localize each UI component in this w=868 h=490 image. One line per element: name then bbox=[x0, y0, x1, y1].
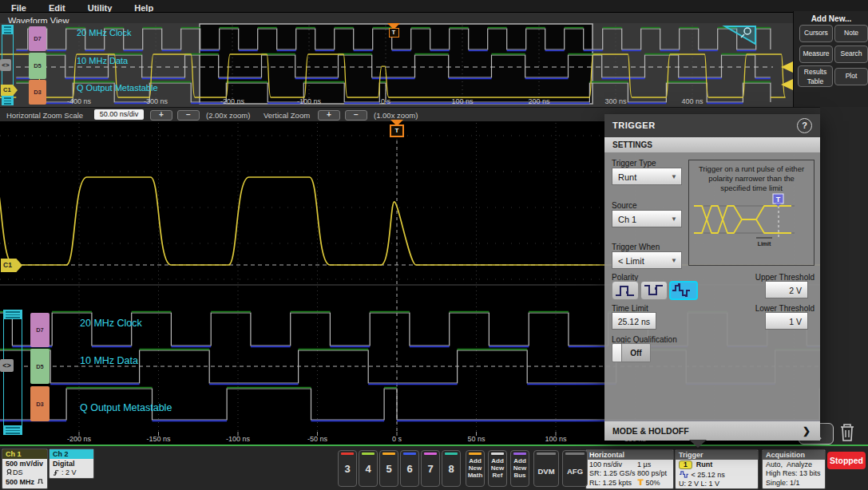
time-limit-value[interactable]: 25.12 ns bbox=[612, 312, 656, 330]
channel-4-button[interactable]: 4 bbox=[359, 450, 378, 487]
lower-threshold-arrow-icon[interactable] bbox=[781, 79, 793, 90]
trigger-t-box: T bbox=[389, 28, 399, 38]
main-chip-d5[interactable]: D5 bbox=[30, 349, 50, 384]
toggle-knob bbox=[612, 343, 622, 362]
channel-2-threshold: : 2 V bbox=[50, 468, 93, 478]
trigger-config-panel: TRIGGER ? SETTINGS Trigger Type Runt ▼ T… bbox=[604, 114, 820, 441]
channel-color-stripe bbox=[403, 452, 416, 455]
channel-color-stripe bbox=[537, 452, 556, 455]
trigger-description-text: Trigger on a runt pulse of either polari… bbox=[689, 160, 814, 193]
overview-chip-d7[interactable]: D7 bbox=[29, 26, 46, 51]
mode-holdoff-section[interactable]: MODE & HOLDOFF ❯ bbox=[604, 421, 820, 441]
channel-color-stripe bbox=[362, 452, 375, 455]
main-chip-d3[interactable]: D3 bbox=[30, 386, 50, 421]
channel-2-badge[interactable]: Ch 2 Digital : 2 V bbox=[49, 449, 94, 479]
polarity-positive-button[interactable] bbox=[612, 281, 639, 300]
h-zoom-scale-value[interactable]: 50.00 ns/div bbox=[94, 109, 144, 120]
channel-2-name: Ch 2 bbox=[50, 449, 93, 459]
overview-chip-d3[interactable]: D3 bbox=[29, 80, 46, 105]
add-new-plot-button[interactable]: Plot bbox=[834, 68, 868, 85]
channel-7-button[interactable]: 7 bbox=[421, 450, 440, 487]
trigger-badge[interactable]: Trigger 1 Runt < 25.12 ns U: 2 V L: 1 V bbox=[675, 449, 759, 489]
channel-2-mode: Digital bbox=[50, 459, 93, 468]
afg-button[interactable]: AFG bbox=[562, 450, 588, 487]
add-new-note-button[interactable]: Note bbox=[834, 25, 868, 42]
trigger-when-dropdown[interactable]: < Limit ▼ bbox=[612, 251, 682, 269]
horizontal-badge[interactable]: Horizontal 100 ns/div1 µs SR: 1.25 GS/s8… bbox=[585, 449, 674, 489]
add-new-math-button[interactable]: AddNewMath bbox=[466, 450, 485, 487]
h-zoom-plus-button[interactable]: + bbox=[150, 110, 172, 121]
help-icon[interactable]: ? bbox=[797, 118, 812, 133]
h-zoom-factor: (2.00x zoom) bbox=[206, 111, 250, 120]
trigger-type-dropdown[interactable]: Runt ▼ bbox=[612, 168, 682, 185]
acquisition-title: Acquisition bbox=[763, 450, 825, 460]
channel-1-bandwidth: 500 MHz bbox=[2, 477, 47, 487]
runt-icon bbox=[679, 470, 689, 478]
trigger-position-icon bbox=[637, 479, 644, 486]
add-new-panel: Add New... CursorsNoteMeasureSearchResul… bbox=[793, 11, 868, 112]
channel-8-button[interactable]: 8 bbox=[442, 450, 461, 487]
channel-6-button[interactable]: 6 bbox=[400, 450, 419, 487]
trash-icon bbox=[838, 422, 857, 443]
handle-cap bbox=[2, 96, 14, 105]
channel-color-stripe bbox=[424, 452, 437, 455]
polarity-negative-button[interactable] bbox=[640, 281, 668, 300]
channel-1-probe: DS bbox=[2, 468, 47, 478]
edge-threshold-icon bbox=[53, 468, 61, 476]
v-zoom-plus-button[interactable]: + bbox=[318, 110, 340, 121]
channel-color-stripe bbox=[469, 452, 482, 455]
channel-color-stripe bbox=[445, 452, 458, 455]
waveform-overview[interactable]: -400 ns-300 ns-200 ns-100 ns0 s100 ns200… bbox=[0, 23, 793, 107]
channel-color-stripe bbox=[513, 452, 526, 455]
svg-text:T: T bbox=[776, 195, 781, 203]
logic-qualification-toggle[interactable]: Off bbox=[612, 343, 651, 362]
channel-1-name: Ch 1 bbox=[2, 449, 47, 459]
add-new-results-table-button[interactable]: Results Table bbox=[798, 65, 833, 87]
upper-threshold-value[interactable]: 2 V bbox=[765, 281, 808, 298]
trigger-source-chip: 1 bbox=[679, 460, 692, 469]
overview-chip-d5[interactable]: D5 bbox=[29, 53, 46, 79]
tab-settings[interactable]: SETTINGS bbox=[604, 137, 820, 152]
panel-anchor-pointer bbox=[689, 440, 707, 448]
channel-color-stripe bbox=[565, 452, 585, 455]
v-zoom-minus-button[interactable]: − bbox=[345, 110, 367, 121]
acquisition-badge[interactable]: Acquisition Auto, Analyze High Res: 13 b… bbox=[762, 449, 826, 489]
add-new-cursors-button[interactable]: Cursors bbox=[799, 25, 833, 42]
main-chip-d7[interactable]: D7 bbox=[30, 313, 50, 347]
add-new-measure-button[interactable]: Measure bbox=[799, 45, 833, 63]
channel-1-scale: 500 mV/div bbox=[2, 459, 47, 468]
trash-button[interactable] bbox=[838, 422, 857, 443]
lower-threshold-value[interactable]: 1 V bbox=[765, 312, 808, 330]
channel-5-button[interactable]: 5 bbox=[379, 450, 398, 487]
upper-threshold-arrow-icon[interactable] bbox=[781, 61, 793, 73]
main-group-collapse-tag[interactable]: <> bbox=[0, 359, 14, 372]
stopped-button[interactable]: Stopped bbox=[827, 452, 866, 469]
add-new-search-button[interactable]: Search bbox=[834, 45, 868, 63]
source-dropdown[interactable]: Ch 1 ▼ bbox=[612, 210, 682, 227]
handle-cap bbox=[3, 310, 22, 319]
horizontal-title: Horizontal bbox=[586, 450, 673, 460]
runt-illustration: T Limit bbox=[689, 193, 809, 249]
add-new-bus-button[interactable]: AddNewBus bbox=[510, 450, 529, 487]
trigger-when-label: Trigger When bbox=[612, 243, 660, 251]
handle-cap bbox=[2, 25, 14, 34]
probe-icon bbox=[6, 468, 13, 476]
h-zoom-minus-button[interactable]: − bbox=[177, 110, 200, 121]
main-group-handle[interactable] bbox=[3, 310, 22, 435]
trigger-t-box: T bbox=[390, 124, 404, 137]
channel-3-button[interactable]: 3 bbox=[338, 450, 357, 487]
main-trigger-marker[interactable]: T bbox=[390, 120, 404, 137]
v-zoom-factor: (1.00x zoom) bbox=[374, 111, 418, 120]
trigger-panel-title: TRIGGER bbox=[612, 121, 656, 130]
dvm-button[interactable]: DVM bbox=[533, 450, 559, 487]
chevron-down-icon: ▼ bbox=[671, 252, 677, 270]
polarity-either-button[interactable] bbox=[669, 281, 698, 300]
chevron-right-icon: ❯ bbox=[803, 421, 811, 441]
svg-text:Limit: Limit bbox=[758, 241, 771, 247]
channel-1-badge[interactable]: Ch 1 500 mV/div DS 500 MHz bbox=[2, 449, 48, 489]
chevron-down-icon: ▼ bbox=[671, 211, 677, 228]
overview-group-collapse-tag[interactable]: <> bbox=[0, 59, 11, 71]
bottom-status-bar: Ch 1 500 mV/div DS 500 MHz Ch 2 Digital bbox=[0, 446, 868, 490]
overview-trigger-marker[interactable]: T bbox=[386, 23, 401, 38]
add-new-ref-button[interactable]: AddNewRef bbox=[488, 450, 507, 487]
